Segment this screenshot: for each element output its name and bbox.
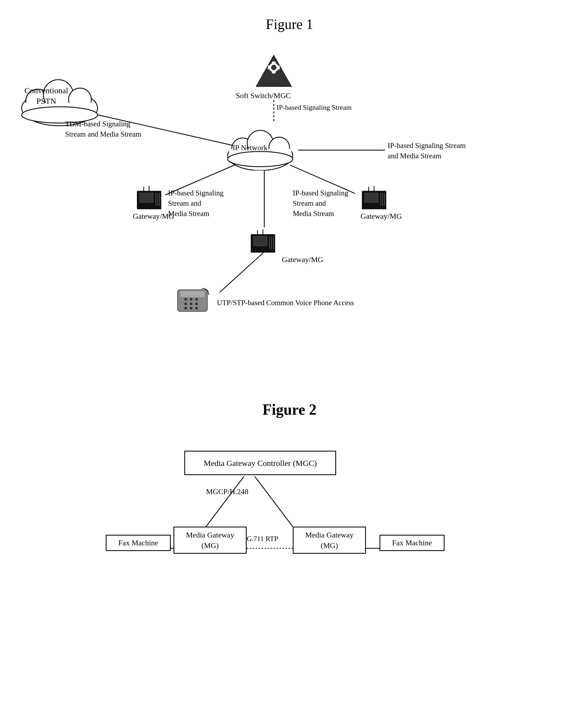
gateway-bottom-icon [249, 229, 279, 254]
svg-line-62 [255, 476, 293, 527]
figure1-diagram: Conventional PSTN IP Network [0, 38, 579, 390]
svg-point-21 [271, 65, 277, 70]
svg-point-59 [195, 307, 198, 310]
svg-point-54 [184, 303, 187, 305]
svg-rect-31 [137, 207, 161, 209]
label-ip-signaling-right: IP-based Signaling Streamand Media Strea… [388, 141, 466, 161]
softswitch-icon [255, 54, 293, 90]
gateway-left-icon [135, 185, 165, 211]
svg-rect-25 [278, 66, 280, 69]
gateway-right-icon [361, 185, 390, 211]
g711-label: G.711 RTP [247, 535, 278, 543]
mgc-box: Media Gateway Controller (MGC) [184, 451, 336, 475]
svg-rect-39 [362, 207, 386, 209]
label-ip-signaling-left: IP-based SignalingStream andMedia Stream [168, 188, 223, 219]
label-tdm: TDM-based SignalingStream and Media Stre… [65, 119, 141, 139]
svg-point-58 [190, 307, 192, 310]
softswitch-label: Soft Switch/MGC [236, 90, 291, 101]
label-ip-signaling-top: IP-based Signaling Stream [277, 103, 351, 112]
svg-rect-43 [254, 236, 267, 246]
gateway-right-label: Gateway/MG [361, 211, 402, 222]
svg-point-51 [184, 298, 187, 301]
svg-rect-27 [139, 193, 153, 203]
figure1-title: Figure 1 [0, 0, 579, 32]
svg-line-61 [206, 476, 244, 527]
svg-point-18 [228, 152, 293, 167]
mg-right-box: Media Gateway(MG) [293, 527, 366, 554]
svg-line-6 [219, 252, 264, 292]
fax-left-box: Fax Machine [106, 535, 171, 551]
label-utp: UTP/STP-based Common Voice Phone Access [217, 298, 354, 308]
gateway-bottom-label: Gateway/MG [282, 255, 323, 265]
svg-point-52 [190, 298, 192, 301]
svg-rect-35 [365, 193, 378, 203]
svg-rect-60 [180, 291, 205, 297]
svg-point-56 [195, 303, 198, 305]
svg-rect-47 [251, 250, 275, 253]
svg-point-55 [190, 303, 192, 305]
mg-left-box: Media Gateway(MG) [174, 527, 247, 554]
pstn-label: Conventional PSTN [24, 85, 68, 106]
svg-rect-23 [272, 71, 276, 74]
mgcp-label: MGCP/H.248 [206, 487, 248, 496]
figure2-title: Figure 2 [0, 398, 579, 418]
svg-rect-24 [268, 66, 270, 69]
ip-network-label: IP Network [233, 144, 267, 152]
label-ip-signaling-center: IP-based SignalingStream andMedia Stream [293, 188, 348, 219]
figure2-diagram: Media Gateway Controller (MGC) MGCP/H.24… [0, 435, 579, 624]
svg-rect-22 [272, 61, 276, 64]
phone-icon [176, 287, 211, 318]
fax-right-box: Fax Machine [379, 535, 445, 551]
svg-point-57 [184, 307, 187, 310]
svg-point-53 [195, 298, 198, 301]
